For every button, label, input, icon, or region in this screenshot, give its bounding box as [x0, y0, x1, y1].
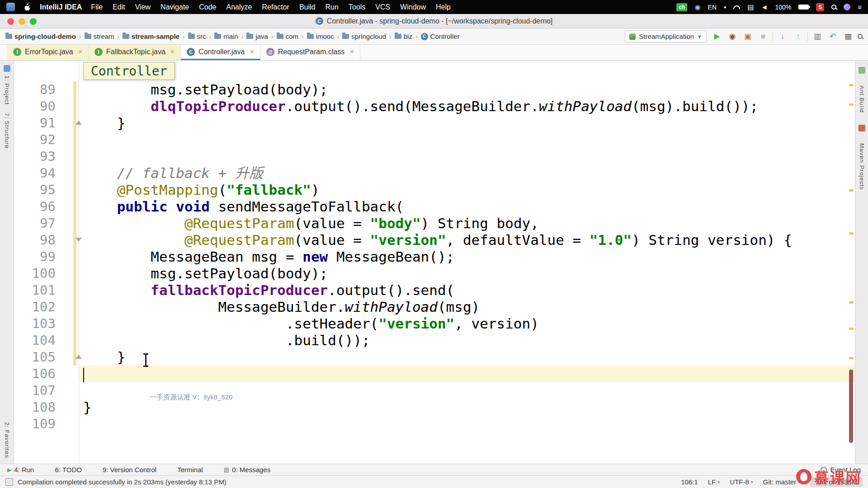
gutter-line-number[interactable]: 96	[14, 198, 79, 215]
wifi-icon[interactable]	[733, 5, 740, 9]
breadcrumb-stream-sample[interactable]: stream-sample	[123, 33, 179, 40]
gutter-line-number[interactable]: 99	[14, 249, 79, 265]
toolwindow-button-6-todo[interactable]: 6: TODO	[55, 466, 81, 474]
gutter-line-number[interactable]: 103	[14, 315, 79, 332]
gutter-line-number[interactable]: 98	[14, 232, 79, 249]
gutter-line-number[interactable]: 92	[14, 131, 79, 148]
menu-run[interactable]: Run	[325, 3, 338, 11]
menu-vcs[interactable]: VCS	[375, 3, 390, 11]
menu-file[interactable]: File	[91, 3, 103, 11]
run-configuration-select[interactable]: StreamApplication ▼	[625, 30, 707, 42]
menu-app-name[interactable]: IntelliJ IDEA	[40, 3, 82, 11]
breadcrumb-java[interactable]: java	[246, 33, 268, 40]
toolwindow-tab-structure[interactable]: 7: Structure	[4, 113, 10, 149]
menu-code[interactable]: Code	[199, 3, 216, 11]
tab-Controller.java[interactable]: CController.java×	[181, 45, 260, 60]
breadcrumb-spring-cloud-demo[interactable]: spring-cloud-demo	[5, 33, 76, 40]
gutter-line-number[interactable]: 94	[14, 165, 79, 182]
gutter-line-number[interactable]: 104	[14, 332, 79, 349]
vcs-commit-button[interactable]: ↑	[792, 32, 804, 41]
gradle-toolwindow-icon[interactable]	[859, 67, 865, 74]
gutter-line-number[interactable]: 91	[14, 115, 79, 131]
volume-icon[interactable]: ◄	[761, 3, 768, 11]
gutter-line-number[interactable]: 101	[14, 282, 79, 299]
scrollbar-thumb[interactable]	[849, 370, 853, 443]
zoom-window-button[interactable]	[30, 18, 37, 25]
notification-center-icon[interactable]: ≡	[858, 3, 862, 11]
monitor-button[interactable]: ▥	[811, 32, 823, 41]
fold-marker-icon[interactable]	[75, 121, 82, 125]
line-separator-widget[interactable]: LF▾	[708, 478, 720, 486]
gutter-line-number[interactable]: 109	[14, 416, 79, 432]
menu-navigate[interactable]: Navigate	[160, 3, 189, 11]
menu-window[interactable]: Window	[400, 3, 426, 11]
close-icon[interactable]: ×	[78, 48, 82, 56]
siri-icon[interactable]	[844, 4, 850, 10]
menu-help[interactable]: Help	[436, 3, 451, 11]
language-indicator[interactable]: EN	[708, 4, 717, 11]
input-method-badge[interactable]: ch	[676, 3, 687, 11]
apple-icon[interactable]	[24, 3, 31, 11]
input-app-icon[interactable]	[6, 3, 15, 11]
toolwindow-tab-ant-build[interactable]: Ant Build	[859, 85, 865, 113]
dictation-icon[interactable]: ◉	[694, 3, 700, 11]
fold-marker-icon[interactable]	[75, 355, 82, 359]
menu-analyze[interactable]: Analyze	[226, 3, 252, 11]
spotlight-search-icon[interactable]	[831, 5, 836, 9]
close-icon[interactable]: ×	[170, 48, 175, 56]
menu-build[interactable]: Build	[299, 3, 316, 11]
editor-scrollbar[interactable]	[848, 61, 855, 464]
debug-bug-button[interactable]: ◉	[726, 32, 738, 41]
gutter-line-number[interactable]: 89	[14, 81, 79, 98]
toolwindow-button-0-messages[interactable]: ▤0: Messages	[224, 466, 270, 474]
breadcrumb-imooc[interactable]: imooc	[307, 33, 334, 40]
toolwindow-toggle-icon[interactable]	[5, 478, 13, 486]
project-toolwindow-icon[interactable]	[4, 65, 10, 72]
breadcrumb-src[interactable]: src	[188, 33, 206, 40]
close-window-button[interactable]	[7, 18, 14, 25]
gutter-line-number[interactable]: 93	[14, 148, 79, 165]
gutter-line-number[interactable]: 100	[14, 265, 79, 282]
run-button[interactable]: ▶	[711, 32, 723, 41]
tab-ErrorTopic.java[interactable]: IErrorTopic.java×	[7, 45, 89, 60]
fold-marker-icon[interactable]	[75, 238, 82, 242]
breadcrumb-springcloud[interactable]: springcloud	[342, 33, 386, 40]
tab-RequestParam.class[interactable]: @RequestParam.class×	[260, 45, 360, 60]
gutter-line-number[interactable]: 108	[14, 399, 79, 416]
stop-button[interactable]: ■	[757, 32, 769, 41]
gutter-line-number[interactable]: 95	[14, 182, 79, 198]
close-icon[interactable]: ×	[250, 48, 254, 56]
tab-FallbackTopic.java[interactable]: IFallbackTopic.java×	[89, 45, 181, 60]
coverage-button[interactable]: ▣	[742, 32, 754, 41]
vcs-update-button[interactable]: ↓	[777, 32, 788, 41]
breadcrumb-stream[interactable]: stream	[85, 33, 114, 40]
close-icon[interactable]: ×	[349, 48, 354, 56]
caret-position-widget[interactable]: 106:1	[681, 478, 698, 486]
layout-button[interactable]: ▦	[842, 32, 854, 41]
toolwindow-button-terminal[interactable]: Terminal	[177, 466, 203, 474]
toolwindow-button-4-run[interactable]: ▶4: Run	[7, 466, 34, 474]
git-branch-widget[interactable]: Git: master▾	[763, 478, 800, 486]
code-editor[interactable]: 89 msg.setPayload(body);90 dlqTopicProdu…	[14, 61, 855, 464]
maven-toolwindow-icon[interactable]	[859, 125, 865, 131]
menu-tools[interactable]: Tools	[349, 3, 365, 11]
menu-edit[interactable]: Edit	[113, 3, 125, 11]
gutter-line-number[interactable]: 105	[14, 349, 79, 366]
breadcrumb-main[interactable]: main	[214, 33, 238, 40]
menu-view[interactable]: View	[135, 3, 151, 11]
battery-icon[interactable]	[798, 5, 809, 9]
menu-refactor[interactable]: Refactor	[262, 3, 289, 11]
breadcrumb-biz[interactable]: biz	[395, 33, 412, 40]
lock-icon[interactable]: ▪	[724, 3, 726, 11]
search-everywhere-button[interactable]	[858, 34, 863, 39]
breadcrumb-com[interactable]: com	[277, 33, 298, 40]
gutter-line-number[interactable]: 90	[14, 98, 79, 115]
back-button[interactable]: ↶	[827, 32, 839, 41]
toolwindow-button-9-version-control[interactable]: 9: Version Control	[103, 466, 156, 474]
toolwindow-tab-favorites[interactable]: 2: Favorites	[4, 422, 10, 458]
gutter-line-number[interactable]: 107	[14, 382, 79, 399]
gutter-line-number[interactable]: 97	[14, 215, 79, 232]
toolwindow-tab-maven-projects[interactable]: Maven Projects	[859, 143, 865, 190]
gutter-line-number[interactable]: 106	[14, 366, 79, 382]
sogou-icon[interactable]: S	[816, 3, 824, 11]
